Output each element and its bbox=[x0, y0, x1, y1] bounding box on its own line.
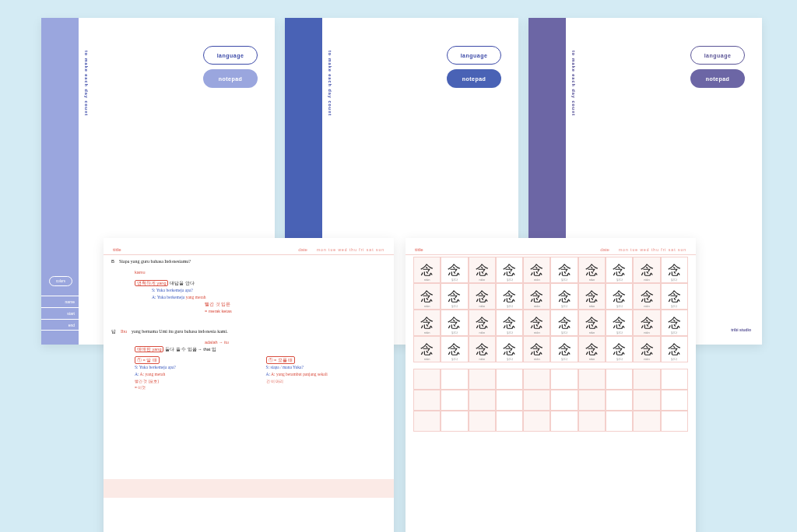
char-cell-empty bbox=[606, 411, 633, 432]
char-glyph: 念 bbox=[476, 314, 489, 332]
char-cell-empty bbox=[523, 411, 550, 432]
char-glyph: 念 bbox=[668, 261, 681, 279]
char-cell-empty bbox=[550, 369, 578, 390]
char-cell: 念niàn bbox=[578, 336, 606, 362]
char-cell: 念읽다 bbox=[550, 310, 578, 336]
char-glyph: 念 bbox=[530, 288, 543, 306]
char-cell: 念niàn bbox=[578, 283, 606, 310]
char-glyph: 念 bbox=[420, 288, 434, 306]
char-cell: 念niàn bbox=[578, 310, 606, 336]
notepad-badge: notepad bbox=[690, 69, 745, 88]
char-cell-empty bbox=[523, 390, 550, 411]
char-glyph: 念 bbox=[585, 314, 599, 332]
char-cell-empty bbox=[633, 390, 660, 411]
char-cell-empty bbox=[496, 369, 523, 390]
char-cell-empty bbox=[413, 390, 441, 411]
cmp-rq: S: siapa / mana Yuka? bbox=[266, 364, 387, 371]
char-pron: 읽다 bbox=[616, 304, 623, 308]
char-cell-empty bbox=[441, 411, 468, 432]
char-cell-empty bbox=[550, 411, 578, 432]
char-pron: 읽다 bbox=[507, 357, 513, 361]
char-cell: 念읽다 bbox=[550, 283, 578, 310]
char-glyph: 念 bbox=[448, 288, 461, 306]
char-glyph: 念 bbox=[668, 314, 681, 332]
tag-note: 둘다 쓸 수 있음 → that 임 bbox=[165, 347, 216, 352]
char-glyph: 念 bbox=[585, 261, 599, 279]
char-cell: 念읽다 bbox=[496, 336, 523, 362]
char-row-empty bbox=[413, 369, 688, 390]
char-cell-empty bbox=[661, 369, 688, 390]
char-glyph: 念 bbox=[558, 288, 571, 306]
char-glyph: 念 bbox=[420, 341, 434, 359]
char-pron: 읽다 bbox=[561, 304, 567, 308]
char-pron: 읽다 bbox=[451, 357, 458, 361]
highlight-band bbox=[104, 488, 394, 498]
char-pron: niàn bbox=[479, 278, 485, 282]
char-cell: 念읽다 bbox=[441, 336, 468, 362]
char-pron: niàn bbox=[644, 331, 650, 334]
cmp-rnote: 긴 이 머리 bbox=[266, 378, 387, 384]
char-cell: 念읽다 bbox=[441, 310, 468, 336]
colors-badge: colors bbox=[49, 276, 72, 286]
char-cell-empty bbox=[661, 411, 688, 432]
char-pron: niàn bbox=[424, 304, 430, 308]
char-cell-empty bbox=[441, 369, 468, 390]
q-hint: kamu bbox=[135, 269, 386, 276]
tagline: to make each day count bbox=[328, 51, 332, 116]
char-glyph: 念 bbox=[613, 261, 626, 279]
char-glyph: 念 bbox=[585, 288, 599, 306]
character-practice-page: title date mon tue wed thu fri sat sun 念… bbox=[406, 238, 696, 532]
char-pron: niàn bbox=[589, 278, 595, 282]
char-cell: 念niàn bbox=[413, 336, 441, 362]
char-glyph: 念 bbox=[503, 261, 516, 279]
days-label: mon tue wed thu fri sat sun bbox=[317, 247, 384, 252]
notepad-badge: notepad bbox=[447, 69, 501, 88]
char-cell-empty bbox=[469, 411, 496, 432]
char-pron: 읽다 bbox=[671, 357, 677, 361]
page-header: title date mon tue wed thu fri sat sun bbox=[104, 238, 394, 255]
char-cell: 念niàn bbox=[413, 283, 441, 310]
char-glyph: 念 bbox=[448, 341, 461, 359]
a-text: yang bernama Umi itu guru bahasa indones… bbox=[132, 328, 228, 336]
char-pron: 읽다 bbox=[451, 304, 458, 308]
char-cell-empty bbox=[413, 411, 441, 432]
q-letter: B bbox=[111, 258, 114, 266]
char-pron: 읽다 bbox=[561, 331, 567, 334]
char-glyph: 念 bbox=[613, 314, 626, 332]
char-cell-empty bbox=[606, 369, 633, 390]
cmp-la: A: yang merah bbox=[140, 372, 166, 376]
char-glyph: 念 bbox=[503, 288, 516, 306]
char-pron: 읽다 bbox=[451, 278, 458, 282]
char-pron: niàn bbox=[424, 331, 430, 334]
char-cell-empty bbox=[496, 390, 523, 411]
field-name: name bbox=[41, 296, 79, 307]
char-cell: 念읽다 bbox=[661, 310, 688, 336]
char-cell: 念읽다 bbox=[606, 283, 633, 310]
note: = merak ketas bbox=[205, 309, 232, 313]
char-cell: 念읽다 bbox=[606, 336, 633, 362]
char-pron: 읽다 bbox=[671, 331, 677, 334]
char-glyph: 念 bbox=[503, 341, 516, 359]
char-glyph: 念 bbox=[613, 341, 626, 359]
char-pron: 읽다 bbox=[507, 278, 513, 282]
cmp-lnote: 빨간 것 (모호) = 이것 bbox=[135, 378, 255, 390]
char-pron: 읽다 bbox=[616, 331, 623, 334]
char-row: 念niàn念읽다念niàn念읽다念niàn念읽다念niàn念읽다念niàn念읽다 bbox=[413, 257, 688, 283]
title-label: title bbox=[113, 247, 121, 252]
cmp-l: ① = 알 때 bbox=[135, 356, 160, 365]
char-glyph: 念 bbox=[448, 261, 461, 279]
char-pron: niàn bbox=[534, 304, 540, 308]
char-cell-empty bbox=[469, 369, 496, 390]
char-grid: 念niàn念읽다念niàn念읽다念niàn念읽다念niàn念읽다念niàn念읽다… bbox=[413, 257, 688, 432]
char-glyph: 念 bbox=[558, 314, 571, 332]
char-cell: 念niàn bbox=[523, 257, 550, 283]
char-glyph: 念 bbox=[530, 314, 543, 332]
char-cell: 念읽다 bbox=[661, 336, 688, 362]
char-glyph: 念 bbox=[476, 288, 489, 306]
char-cell: 念niàn bbox=[633, 257, 660, 283]
char-cell: 念niàn bbox=[469, 283, 496, 310]
char-pron: niàn bbox=[644, 357, 650, 361]
language-badge: language bbox=[203, 46, 258, 65]
char-pron: 읽다 bbox=[507, 304, 513, 308]
cmp-lq: S: Yuka berkemeja apa? bbox=[135, 364, 255, 371]
